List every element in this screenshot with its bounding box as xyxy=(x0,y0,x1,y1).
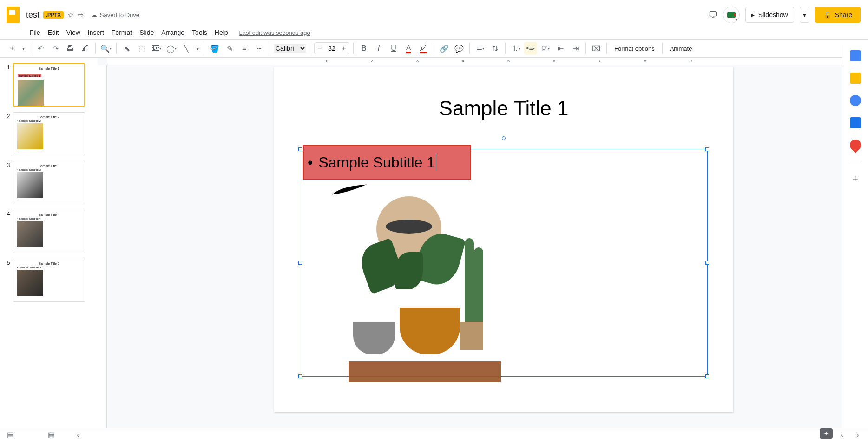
comment-history-icon[interactable]: 🗨 xyxy=(708,10,717,20)
slideshow-dropdown[interactable]: ▾ xyxy=(800,7,809,23)
add-addon-icon[interactable]: + xyxy=(850,174,861,185)
bold-button[interactable]: B xyxy=(357,42,370,55)
font-size-decrease[interactable]: − xyxy=(315,43,325,54)
checklist-button[interactable]: ☑▾ xyxy=(539,42,552,55)
resize-handle-se[interactable] xyxy=(705,374,709,378)
maps-icon[interactable] xyxy=(848,137,863,153)
scroll-right-button[interactable]: › xyxy=(851,428,864,441)
fill-color-button[interactable]: 🪣 xyxy=(208,42,221,55)
slide-thumbnail-2[interactable]: 2 Sample Title 2 • Sample Subtitle 2 xyxy=(4,112,93,155)
insert-link-button[interactable]: 🔗 xyxy=(438,42,451,55)
meet-button[interactable]: ▾ xyxy=(723,7,740,23)
slideshow-button[interactable]: ▸Slideshow xyxy=(745,7,794,23)
undo-button[interactable]: ↶ xyxy=(34,42,47,55)
horizontal-ruler: 1 2 3 4 5 6 7 8 9 xyxy=(107,58,868,65)
slide-thumbnail-4[interactable]: 4 Sample Title 4 • Sample Subtitle 4 xyxy=(4,210,93,253)
slides-logo[interactable] xyxy=(4,6,22,24)
slide-panel: 1 Sample Title 1 Sample Subtitle 1 2 Sam… xyxy=(0,58,98,430)
canvas-area[interactable]: 1 2 3 4 5 6 7 8 9 Sample Title 1 xyxy=(98,58,868,430)
menu-view[interactable]: View xyxy=(63,27,84,38)
slide-thumbnail-5[interactable]: 5 Sample Title 5 • Sample Subtitle 5 xyxy=(4,259,93,302)
decrease-indent-button[interactable]: ⇤ xyxy=(554,42,567,55)
grid-view-button[interactable]: ▦ xyxy=(45,428,58,441)
pptx-badge: .PPTX xyxy=(43,11,64,19)
move-icon[interactable]: ⇨ xyxy=(78,11,84,20)
font-size-control: − + xyxy=(314,42,349,54)
doc-title[interactable]: test xyxy=(26,10,39,20)
border-color-button[interactable]: ✎ xyxy=(223,42,236,55)
new-slide-button[interactable]: + xyxy=(6,42,19,55)
lock-icon: 🔒 xyxy=(823,11,831,19)
redo-button[interactable]: ↷ xyxy=(49,42,62,55)
shape-tool[interactable]: ◯▾ xyxy=(165,42,178,55)
contacts-icon[interactable] xyxy=(850,117,861,128)
border-dash-button[interactable]: ┅ xyxy=(253,42,266,55)
slide-thumbnail-1[interactable]: 1 Sample Title 1 Sample Subtitle 1 xyxy=(4,63,93,107)
resize-handle-sw[interactable] xyxy=(298,374,302,378)
cloud-icon: ☁ xyxy=(91,12,97,19)
calendar-icon[interactable] xyxy=(850,50,861,61)
menu-slide[interactable]: Slide xyxy=(136,27,158,38)
toolbar: + ▾ ↶ ↷ 🖶 🖌 🔍▾ ⬉ ⬚ 🖼▾ ◯▾ ╲ ▾ 🪣 ✎ ≡ ┅ Cal… xyxy=(0,39,868,58)
save-status[interactable]: ☁Saved to Drive xyxy=(91,12,139,19)
paint-format-button[interactable]: 🖌 xyxy=(79,42,92,55)
menu-file[interactable]: File xyxy=(26,27,44,38)
slide-canvas[interactable]: Sample Title 1 xyxy=(274,67,733,412)
clear-formatting-button[interactable]: ⌧ xyxy=(590,42,603,55)
bulleted-list-button[interactable]: •≡▾ xyxy=(524,42,537,55)
line-dropdown[interactable]: ▾ xyxy=(195,42,200,55)
share-button[interactable]: 🔒Share xyxy=(815,7,861,23)
slide-title-text[interactable]: Sample Title 1 xyxy=(274,97,733,120)
format-options-button[interactable]: Format options xyxy=(611,42,658,55)
rotate-handle[interactable] xyxy=(502,136,506,140)
font-size-increase[interactable]: + xyxy=(339,43,349,54)
line-spacing-button[interactable]: ⇅ xyxy=(488,42,501,55)
new-slide-dropdown[interactable]: ▾ xyxy=(20,42,26,55)
print-button[interactable]: 🖶 xyxy=(64,42,77,55)
animate-button[interactable]: Animate xyxy=(666,42,696,55)
resize-handle-w[interactable] xyxy=(298,261,302,265)
resize-handle-e[interactable] xyxy=(705,261,709,265)
last-edit-link[interactable]: Last edit was seconds ago xyxy=(239,29,310,36)
border-weight-button[interactable]: ≡ xyxy=(238,42,251,55)
menu-help[interactable]: Help xyxy=(211,27,232,38)
play-icon: ▸ xyxy=(751,11,755,19)
footer-bar: ▤ ▦ ‹ ✦ ‹ › xyxy=(0,428,868,441)
numbered-list-button[interactable]: ⒈▾ xyxy=(509,42,522,55)
font-family-select[interactable]: Calibri xyxy=(274,44,306,53)
explore-button[interactable]: ✦ xyxy=(820,428,833,439)
resize-handle-nw[interactable] xyxy=(298,147,302,151)
sidebar-toggle-button[interactable]: ‹ xyxy=(72,428,85,441)
scroll-left-button[interactable]: ‹ xyxy=(835,428,848,441)
insert-comment-button[interactable]: 💬 xyxy=(453,42,466,55)
side-panel: + xyxy=(842,45,868,428)
font-size-input[interactable] xyxy=(325,45,339,52)
subtitle-text-selected[interactable]: Sample Subtitle 1 xyxy=(303,145,471,180)
resize-handle-ne[interactable] xyxy=(705,147,709,151)
increase-indent-button[interactable]: ⇥ xyxy=(569,42,582,55)
tasks-icon[interactable] xyxy=(850,95,861,106)
menu-tools[interactable]: Tools xyxy=(188,27,211,38)
menu-bar: File Edit View Insert Format Slide Arran… xyxy=(0,26,868,39)
line-tool[interactable]: ╲ xyxy=(180,42,193,55)
italic-button[interactable]: I xyxy=(372,42,385,55)
menu-format[interactable]: Format xyxy=(108,27,136,38)
menu-edit[interactable]: Edit xyxy=(44,27,63,38)
star-icon[interactable]: ☆ xyxy=(67,11,74,20)
menu-insert[interactable]: Insert xyxy=(84,27,108,38)
highlight-color-button[interactable]: 🖍 xyxy=(417,42,430,55)
menu-arrange[interactable]: Arrange xyxy=(158,27,188,38)
filmstrip-view-button[interactable]: ▤ xyxy=(4,428,17,441)
vertical-ruler xyxy=(98,65,107,430)
header-bar: test .PPTX ☆ ⇨ ☁Saved to Drive 🗨 ▾ ▸Slid… xyxy=(0,0,868,26)
textbox-tool[interactable]: ⬚ xyxy=(135,42,148,55)
align-button[interactable]: ≣▾ xyxy=(473,42,487,55)
text-color-button[interactable]: A xyxy=(402,42,415,55)
zoom-button[interactable]: 🔍▾ xyxy=(99,42,112,55)
image-tool[interactable]: 🖼▾ xyxy=(150,42,163,55)
slide-thumbnail-3[interactable]: 3 Sample Title 3 • Sample Subtitle 3 xyxy=(4,161,93,204)
underline-button[interactable]: U xyxy=(387,42,400,55)
text-frame-selection[interactable] xyxy=(300,149,708,377)
select-tool[interactable]: ⬉ xyxy=(120,42,133,55)
keep-icon[interactable] xyxy=(850,73,861,84)
